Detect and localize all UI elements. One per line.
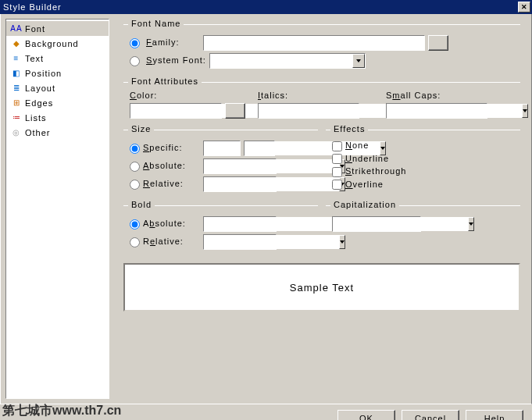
family-radio[interactable]: Family: — [130, 37, 200, 48]
color-picker-button[interactable] — [225, 103, 245, 119]
nav-sidebar: AAFont◆Background≡Text◧Position≣Layout⊞E… — [5, 19, 109, 399]
font-name-legend: Font Name — [128, 19, 184, 28]
capitalization-select[interactable] — [332, 216, 421, 232]
sidebar-item-background[interactable]: ◆Background — [6, 36, 109, 51]
bold-absolute-select[interactable] — [203, 216, 277, 232]
position-icon: ◧ — [11, 68, 22, 79]
bold-relative-select[interactable] — [203, 234, 277, 250]
effect-overline[interactable]: Overline — [332, 180, 384, 190]
sidebar-item-label: Edges — [25, 98, 53, 108]
sidebar-item-label: Layout — [25, 84, 55, 93]
family-browse-button[interactable] — [428, 35, 448, 51]
sidebar-item-layout[interactable]: ≣Layout — [6, 80, 109, 95]
cancel-button[interactable]: Cancel — [402, 410, 459, 420]
color-select[interactable] — [130, 103, 222, 119]
watermark: 第七城市www.th7.cn — [2, 403, 121, 419]
lists-icon: ≔ — [11, 112, 22, 123]
sidebar-item-label: Background — [25, 39, 79, 48]
sidebar-item-text[interactable]: ≡Text — [6, 51, 109, 66]
font-icon: AA — [11, 23, 22, 34]
capitalization-legend: Capitalization — [330, 200, 399, 209]
family-radio-input[interactable] — [130, 38, 140, 48]
sidebar-item-position[interactable]: ◧Position — [6, 66, 109, 80]
title-bar: Style Builder ✕ — [0, 0, 532, 14]
sidebar-item-font[interactable]: AAFont — [6, 21, 109, 36]
close-button[interactable]: ✕ — [518, 2, 530, 12]
sidebar-item-label: Text — [25, 54, 44, 63]
effects-legend: Effects — [330, 124, 368, 133]
sample-text: Sample Text — [290, 282, 354, 294]
size-absolute-select[interactable] — [203, 158, 277, 174]
background-icon: ◆ — [11, 38, 22, 49]
ok-button[interactable]: OK — [337, 410, 395, 420]
small-caps-select[interactable] — [386, 103, 487, 119]
italics-label: Italics: — [258, 91, 386, 100]
main-panel: Font Name Family: System Font: — [109, 14, 531, 404]
sidebar-item-label: Position — [25, 69, 62, 78]
layout-icon: ≣ — [11, 83, 22, 94]
family-input[interactable] — [203, 35, 425, 51]
size-unit-select[interactable] — [244, 141, 275, 156]
sample-preview: Sample Text — [123, 263, 520, 311]
color-label: Color: — [130, 91, 258, 100]
bold-group: Bold Absolute: Relative: — [123, 205, 318, 258]
help-button[interactable]: Help — [466, 410, 523, 420]
capitalization-group: Capitalization — [326, 205, 520, 258]
sidebar-item-lists[interactable]: ≔Lists — [6, 110, 109, 125]
font-attrs-legend: Font Attributes — [128, 77, 202, 86]
size-relative-select[interactable] — [203, 176, 277, 192]
chevron-down-icon — [356, 59, 361, 62]
font-attrs-group: Font Attributes Color: Italics: Small Ca… — [123, 82, 520, 125]
chevron-down-icon — [469, 222, 473, 226]
sidebar-item-label: Lists — [25, 113, 47, 123]
sidebar-item-label: Other — [25, 128, 51, 137]
sidebar-item-label: Font — [25, 24, 45, 34]
edges-icon: ⊞ — [11, 98, 22, 109]
effect-none[interactable]: None — [332, 141, 369, 151]
effects-group: Effects None Underline Strikethrough Ove… — [326, 130, 520, 201]
text-icon: ≡ — [11, 53, 22, 64]
size-group: Size Specific: Absolute: Relative: — [123, 130, 318, 201]
system-font-radio-input[interactable] — [130, 56, 140, 66]
system-font-radio[interactable]: System Font: — [130, 55, 206, 66]
italics-select[interactable] — [258, 103, 359, 119]
font-name-group: Font Name Family: System Font: — [123, 24, 520, 77]
bold-absolute-radio[interactable]: Absolute: — [130, 219, 200, 230]
other-icon: ◎ — [11, 127, 22, 138]
size-specific-radio[interactable]: Specific: — [130, 143, 200, 154]
bold-relative-radio[interactable]: Relative: — [130, 237, 200, 247]
effect-underline[interactable]: Underline — [332, 154, 389, 165]
bold-legend: Bold — [128, 200, 155, 209]
size-specific-input[interactable] — [203, 141, 241, 156]
close-icon: ✕ — [521, 3, 528, 11]
size-absolute-radio[interactable]: Absolute: — [130, 161, 200, 172]
sidebar-item-other[interactable]: ◎Other — [6, 125, 109, 140]
small-caps-label: Small Caps: — [386, 91, 514, 100]
sidebar-item-edges[interactable]: ⊞Edges — [6, 95, 109, 110]
size-legend: Size — [128, 124, 154, 133]
size-relative-radio[interactable]: Relative: — [130, 179, 200, 190]
system-font-select[interactable] — [209, 53, 366, 69]
effect-strikethrough[interactable]: Strikethrough — [332, 166, 406, 177]
window-title: Style Builder — [3, 2, 62, 12]
chevron-down-icon — [523, 109, 527, 112]
